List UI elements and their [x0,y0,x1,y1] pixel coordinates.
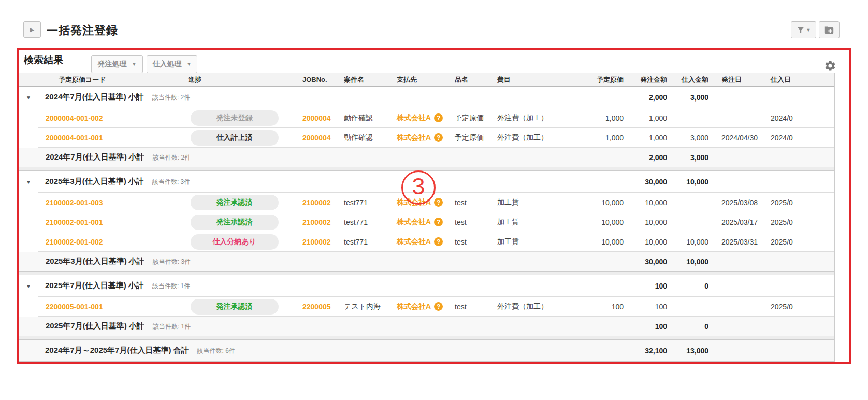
job-no-link[interactable]: 2100002 [302,238,331,246]
group-count: 該当件数: 2件 [152,92,190,102]
sidebar-toggle-button[interactable]: ▶ [23,21,41,38]
payee-link[interactable]: 株式会社A [397,113,431,123]
order-date: 2025/03/31 [713,232,769,252]
col-header-purchase-amount: 仕入金額 [671,73,713,86]
group-label-cell: 2025年3月(仕入日基準) 小計 該当件数: 3件 [38,252,628,271]
collapse-chevron-icon[interactable]: ▼ [26,179,31,185]
order-process-dropdown[interactable]: 発注処理 ▼ [91,55,143,73]
payee-cell: 株式会社A ? [393,128,451,148]
item-name: test [451,232,493,252]
col-header-expense: 費目 [493,73,561,86]
group-count: 該当件数: 2件 [153,152,191,162]
group-label-cell: 2024年7月(仕入日基準) 小計 該当件数: 2件 [38,148,628,167]
job-no-link[interactable]: 2200005 [302,303,331,311]
status-badge: 発注承認済 [191,215,279,230]
row-indent [19,193,38,212]
filter-button[interactable]: ▼ [791,21,816,38]
payee-link[interactable]: 株式会社A [397,237,431,247]
group-purchase-total: 10,000 [671,252,713,271]
help-icon[interactable]: ? [434,113,443,122]
col-header-purchase-date: 仕入日 [769,73,834,86]
group-count: 該当件数: 3件 [153,256,191,266]
group-collapse-cell: ▼ [19,275,38,297]
group-purchase-total: 0 [671,317,713,336]
chevron-down-icon: ▼ [187,62,192,67]
code-cell: 2100002-001-001 [38,212,187,232]
group-subtotal-row: 2025年7月(仕入日基準) 小計 該当件数: 1件 100 0 [19,317,834,336]
row-filler [713,340,834,361]
table-row: 2000004-001-002 発注未登録 2000004 動作確認 株式会社A… [19,108,834,128]
collapse-chevron-icon[interactable]: ▼ [26,283,31,289]
item-name: 予定原価 [451,108,493,128]
collapse-chevron-icon[interactable]: ▼ [26,95,31,101]
group-order-total: 2,000 [628,148,671,167]
group-label: 2024年7月(仕入日基準) 小計 [45,92,144,102]
order-date: 2025/03/17 [713,212,769,232]
purchase-date: 2025/0 [769,297,834,317]
order-amount: 1,000 [628,108,671,128]
group-count: 該当件数: 1件 [152,281,190,291]
app-window: ▶ 一括発注登録 ▼ 検索結果 発注処理 ▼ 仕入処理 ▼ 予定原価コード [0,0,868,400]
expense-type: 加工賃 [493,212,561,232]
group-collapse-cell [19,317,38,336]
planned-cost-code-link[interactable]: 2000004-001-001 [46,134,103,142]
planned-cost-code-link[interactable]: 2100002-001-002 [46,238,103,246]
order-date: 2024/04/30 [713,128,769,148]
job-no-link[interactable]: 2100002 [302,218,331,226]
code-cell: 2000004-001-001 [38,128,187,148]
chevron-down-icon: ▼ [132,62,137,67]
expense-type: 加工賃 [493,232,561,252]
folder-plus-icon [824,25,834,35]
item-name: test [451,297,493,317]
grand-total-label: 2024年7月～2025年7月(仕入日基準) 合計 [45,346,189,355]
job-no-link[interactable]: 2000004 [302,134,331,142]
order-amount: 10,000 [628,193,671,212]
planned-cost-code-link[interactable]: 2100002-001-003 [46,198,103,207]
row-filler [713,252,834,271]
order-date [713,108,769,128]
payee-link[interactable]: 株式会社A [397,218,431,227]
code-cell: 2100002-001-002 [38,232,187,252]
status-badge: 発注承認済 [191,195,279,210]
grand-order-total: 32,100 [628,340,671,361]
project-name: test771 [340,193,393,212]
purchase-date: 2024/0 [769,128,834,148]
add-folder-button[interactable] [819,21,840,38]
group-collapse-cell [19,148,38,167]
payee-link[interactable]: 株式会社A [397,302,431,311]
project-name: 動作確認 [340,128,393,148]
status-badge: 仕入計上済 [191,130,279,146]
planned-cost-code-link[interactable]: 2100002-001-001 [46,218,103,226]
group-subtotal-row: 2025年3月(仕入日基準) 小計 該当件数: 3件 30,000 10,000 [19,252,834,271]
payee-cell: 株式会社A ? [393,297,451,317]
payee-link[interactable]: 株式会社A [397,133,431,142]
group-label: 2025年7月(仕入日基準) 小計 [45,281,144,291]
job-no-link[interactable]: 2100002 [302,198,331,207]
row-filler [713,148,834,167]
order-amount: 10,000 [628,212,671,232]
help-icon[interactable]: ? [434,302,443,311]
group-order-total: 100 [628,275,671,297]
status-cell: 発注承認済 [187,212,282,232]
planned-cost-code-link[interactable]: 2200005-001-001 [46,303,103,311]
help-icon[interactable]: ? [434,133,443,142]
grand-total-label-cell: 2024年7月～2025年7月(仕入日基準) 合計 該当件数: 6件 [38,340,628,361]
job-cell: 2200005 [282,297,340,317]
table-row: 2100002-001-001 発注承認済 2100002 test771 株式… [19,212,834,232]
item-name: test [451,193,493,212]
job-no-link[interactable]: 2000004 [302,114,331,122]
group-subtotal-row: ▼ 2024年7月(仕入日基準) 小計 該当件数: 2件 2,000 3,000 [19,87,834,108]
planned-cost: 100 [561,297,628,317]
job-cell: 2100002 [282,193,340,212]
purchase-process-dropdown[interactable]: 仕入処理 ▼ [147,55,197,73]
group-label: 2025年3月(仕入日基準) 小計 [45,177,144,187]
planned-cost-code-link[interactable]: 2000004-001-002 [46,114,103,122]
group-purchase-total: 0 [671,275,713,297]
help-icon[interactable]: ? [434,218,443,226]
search-results-panel: 検索結果 発注処理 ▼ 仕入処理 ▼ 予定原価コード 進捗 JOBNo. 案件名… [17,48,851,364]
settings-gear-icon[interactable] [824,60,836,72]
help-icon[interactable]: ? [434,198,443,207]
results-table: 予定原価コード 進捗 JOBNo. 案件名 支払先 品名 費目 予定原価 発注金… [19,73,835,362]
help-icon[interactable]: ? [434,237,443,246]
order-amount: 10,000 [628,232,671,252]
